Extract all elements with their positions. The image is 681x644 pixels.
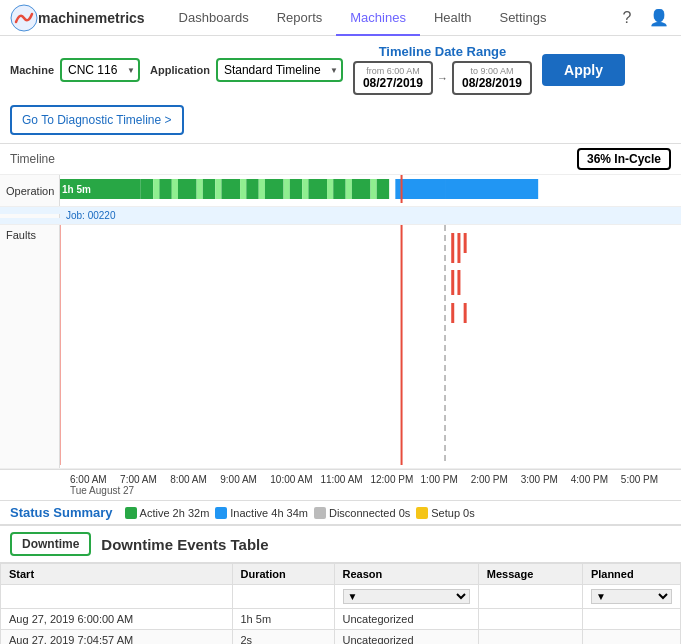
svg-rect-5	[172, 179, 178, 199]
cell-start-1: Aug 27, 2019 7:04:57 AM	[1, 630, 233, 645]
nav-reports[interactable]: Reports	[263, 0, 337, 36]
active-label: Active 2h 32m	[140, 507, 210, 519]
date-arrow-icon: →	[437, 72, 448, 84]
cell-start-0: Aug 27, 2019 6:00:00 AM	[1, 609, 233, 630]
date-from-sub: from 6:00 AM	[366, 66, 420, 76]
cell-message-1	[478, 630, 582, 645]
svg-rect-3	[153, 179, 159, 199]
cell-message-0	[478, 609, 582, 630]
apply-button[interactable]: Apply	[542, 54, 625, 86]
svg-rect-17	[302, 179, 308, 199]
planned-filter-select[interactable]: ▼	[591, 589, 672, 604]
utilization-value: 36% In-Cycle	[587, 152, 661, 166]
date-range-inputs: from 6:00 AM 08/27/2019 → to 9:00 AM 08/…	[353, 61, 532, 95]
inactive-label: Inactive 4h 34m	[230, 507, 308, 519]
diagnostic-button[interactable]: Go To Diagnostic Timeline >	[10, 105, 184, 135]
user-icon[interactable]: 👤	[647, 6, 671, 30]
nav-health[interactable]: Health	[420, 0, 486, 36]
status-summary: Status Summary Active 2h 32m Inactive 4h…	[0, 501, 681, 526]
date-range-group: Timeline Date Range from 6:00 AM 08/27/2…	[353, 44, 532, 95]
timeline-section: Timeline 36% In-Cycle Operation	[0, 144, 681, 470]
application-select-wrapper: Standard Timeline	[216, 58, 343, 82]
svg-rect-21	[346, 179, 352, 199]
operation-label: Operation	[0, 175, 60, 206]
status-inactive: Inactive 4h 34m	[215, 507, 308, 519]
application-select[interactable]: Standard Timeline	[216, 58, 343, 82]
svg-rect-8	[203, 179, 215, 199]
date-to-box[interactable]: to 9:00 AM 08/28/2019	[452, 61, 532, 95]
nav-dashboards[interactable]: Dashboards	[165, 0, 263, 36]
table-header-row: Start Duration Reason Message Planned	[1, 564, 681, 585]
filter-duration	[232, 585, 334, 609]
svg-rect-22	[352, 179, 371, 199]
application-label: Application	[150, 64, 210, 76]
job-row: Job: 00220	[0, 207, 681, 225]
svg-rect-6	[178, 179, 197, 199]
downtime-tab[interactable]: Downtime	[10, 532, 91, 556]
faults-content-area	[60, 225, 681, 468]
nav-right-icons: ? 👤	[615, 6, 671, 30]
nav-bar: machinemetrics Dashboards Reports Machin…	[0, 0, 681, 36]
date-to-sub: to 9:00 AM	[470, 66, 513, 76]
operation-timeline-svg: 1h 5m	[60, 175, 681, 203]
date-range-title: Timeline Date Range	[353, 44, 532, 59]
operation-bar-area: 1h 5m	[60, 175, 681, 206]
downtime-header: Downtime Downtime Events Table	[0, 526, 681, 563]
cell-reason-1: Uncategorized	[334, 630, 478, 645]
nav-machines[interactable]: Machines	[336, 0, 420, 36]
time-tick-1: 7:00 AM	[120, 474, 170, 485]
svg-rect-34	[451, 303, 454, 323]
svg-rect-13	[259, 179, 265, 199]
nav-settings[interactable]: Settings	[485, 0, 560, 36]
svg-rect-12	[246, 179, 258, 199]
status-summary-title: Status Summary	[10, 505, 113, 520]
time-tick-5: 11:00 AM	[320, 474, 370, 485]
job-label-cell	[0, 214, 60, 218]
svg-rect-18	[308, 179, 327, 199]
toolbar: Machine CNC 116 Application Standard Tim…	[0, 36, 681, 144]
brand-logo: machinemetrics	[10, 4, 145, 32]
machine-select[interactable]: CNC 116	[60, 58, 140, 82]
application-group: Application Standard Timeline	[150, 58, 343, 82]
date-from-box[interactable]: from 6:00 AM 08/27/2019	[353, 61, 433, 95]
svg-rect-7	[197, 179, 203, 199]
downtime-table: Start Duration Reason Message Planned ▼ …	[0, 563, 681, 644]
cell-planned-1	[582, 630, 680, 645]
col-message: Message	[478, 564, 582, 585]
svg-rect-20	[333, 179, 345, 199]
col-planned: Planned	[582, 564, 680, 585]
downtime-table-body: Aug 27, 2019 6:00:00 AM 1h 5m Uncategori…	[1, 609, 681, 645]
inactive-dot	[215, 507, 227, 519]
col-start: Start	[1, 564, 233, 585]
machine-select-wrapper: CNC 116	[60, 58, 140, 82]
operation-row: Operation	[0, 175, 681, 207]
brand-name: machinemetrics	[38, 10, 145, 26]
date-to-value: 08/28/2019	[462, 76, 522, 90]
svg-rect-23	[371, 179, 377, 199]
col-reason: Reason	[334, 564, 478, 585]
svg-rect-32	[451, 270, 454, 295]
reason-filter-select[interactable]: ▼	[343, 589, 470, 604]
time-ticks-row: 6:00 AM 7:00 AM 8:00 AM 9:00 AM 10:00 AM…	[70, 474, 671, 485]
table-row: Aug 27, 2019 7:04:57 AM 2s Uncategorized	[1, 630, 681, 645]
active-dot	[125, 507, 137, 519]
utilization-badge: 36% In-Cycle	[577, 148, 671, 170]
faults-timeline-svg	[60, 225, 681, 465]
svg-rect-10	[221, 179, 240, 199]
svg-rect-2	[141, 179, 153, 199]
cell-reason-0: Uncategorized	[334, 609, 478, 630]
time-scale: 6:00 AM 7:00 AM 8:00 AM 9:00 AM 10:00 AM…	[0, 470, 681, 501]
job-label: Job: 00220	[60, 208, 681, 223]
time-tick-9: 3:00 PM	[521, 474, 571, 485]
time-tick-3: 9:00 AM	[220, 474, 270, 485]
status-setup: Setup 0s	[416, 507, 474, 519]
timeline-title: Timeline	[10, 152, 55, 166]
help-icon[interactable]: ?	[615, 6, 639, 30]
col-duration: Duration	[232, 564, 334, 585]
svg-rect-16	[290, 179, 302, 199]
svg-rect-31	[464, 233, 467, 253]
svg-rect-9	[215, 179, 221, 199]
svg-rect-4	[159, 179, 171, 199]
svg-rect-33	[457, 270, 460, 295]
svg-rect-25	[395, 179, 445, 199]
